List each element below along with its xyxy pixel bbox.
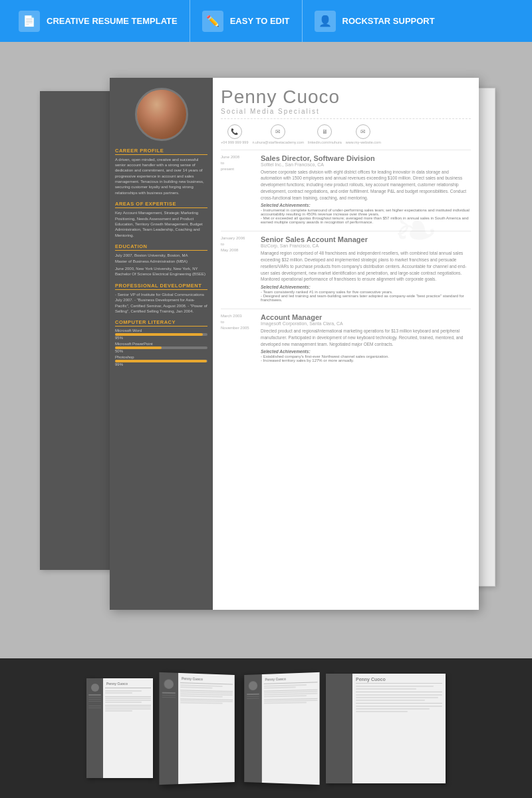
job-2-company: BizCorp, San Francisco, CA bbox=[261, 243, 471, 248]
preview-1-inner: Penny Cuoco bbox=[86, 678, 153, 778]
contact-website: ✉ www.my-website.com bbox=[346, 124, 381, 144]
contact-email: ✉ n.uhura@starfleetacademy.com bbox=[252, 124, 304, 144]
job-1-achievement-2: - Met or exceeded all quotas throughout … bbox=[261, 216, 471, 224]
job-entry-1: June 2008to present Sales Director, Soft… bbox=[221, 150, 471, 225]
skill-word-name: Microsoft Word bbox=[115, 329, 207, 332]
preview-2-content: Penny Cuoco bbox=[178, 672, 235, 783]
preview-1-content: Penny Cuoco bbox=[103, 678, 153, 778]
linkedin-icon: 🖥 bbox=[317, 124, 332, 139]
preview-3-content: Penny Cuoco bbox=[262, 672, 320, 784]
job-1-company: Sofitel Inc., San Francisco, CA bbox=[261, 162, 471, 167]
job-3-details: Account Manager Imagesoft Corporation, S… bbox=[261, 313, 471, 362]
sidebar-career-text: A driven, open minded, creative and succ… bbox=[115, 157, 207, 196]
banner-item-2: ✏️ EASY TO EDIT bbox=[190, 0, 303, 42]
email-icon: ✉ bbox=[271, 124, 285, 139]
banner-label-2: EASY TO EDIT bbox=[230, 16, 290, 26]
preview-2-name: Penny Cuoco bbox=[180, 675, 233, 684]
preview-3-inner: Penny Cuoco bbox=[244, 672, 319, 784]
preview-2-sidebar bbox=[159, 672, 178, 784]
resume-person-name: Penny Cuoco bbox=[221, 88, 471, 106]
skill-ppt: Microsoft PowerPoint 50% bbox=[115, 342, 207, 353]
sidebar-computer-title: COMPUTER LITERACY bbox=[115, 319, 207, 327]
support-icon: 👤 bbox=[315, 11, 336, 32]
p1-line8 bbox=[105, 710, 132, 712]
sidebar-expertise-title: AREAS OF EXPERTISE bbox=[115, 201, 207, 208]
photo-inner bbox=[137, 90, 186, 139]
sidebar-edu-entry-2: June 2000, New York University, New York… bbox=[115, 266, 207, 277]
preview-1-name: Penny Cuoco bbox=[105, 680, 151, 687]
job-3-desc: Directed product and regional/internatio… bbox=[261, 328, 471, 347]
skill-ppt-name: Microsoft PowerPoint bbox=[115, 342, 207, 346]
preview-card-1: Penny Cuoco bbox=[86, 678, 153, 778]
preview-card-4: Penny Cuoco bbox=[326, 674, 446, 783]
main-area: CAREER PROFILE A driven, open minded, cr… bbox=[0, 42, 532, 658]
p1-line7 bbox=[105, 708, 151, 710]
job-2-title: Senior Sales Account Manager bbox=[261, 235, 471, 243]
preview-1-sidebar bbox=[86, 678, 103, 778]
job-entry-3: March 2003to November 2005 Account Manag… bbox=[221, 309, 471, 362]
preview-card-3: Penny Cuoco bbox=[244, 672, 319, 784]
contact-linkedin: 🖥 linkedin.com/muhura bbox=[308, 124, 342, 144]
job-entry-2: January 2006to May 2008 Senior Sales Acc… bbox=[221, 231, 471, 302]
sidebar-career-title: CAREER PROFILE bbox=[115, 148, 207, 155]
banner-item-1: 📄 CREATIVE RESUME TEMPLATE bbox=[7, 0, 190, 42]
job-1-date: June 2008to present bbox=[221, 154, 255, 225]
preview-card-2: Penny Cuoco bbox=[159, 672, 234, 784]
job-2-achievements-label: Selected Achievements: bbox=[261, 285, 471, 289]
website-text: www.my-website.com bbox=[346, 140, 381, 144]
sidebar-prodev-title: PROFESSIONAL DEVELOPMENT bbox=[115, 283, 207, 290]
job-2-details: Senior Sales Account Manager BizCorp, Sa… bbox=[261, 235, 471, 302]
preview-2-inner: Penny Cuoco bbox=[159, 672, 234, 784]
contact-phone: 📞 +04 999 999 999 bbox=[221, 124, 248, 144]
skill-photoshop: Photoshop 99% bbox=[115, 355, 207, 366]
job-1-achievement-1: - Instrumental in complete turnaround of… bbox=[261, 208, 471, 216]
linkedin-text: linkedin.com/muhura bbox=[308, 140, 342, 144]
main-resume-page: CAREER PROFILE A driven, open minded, cr… bbox=[110, 78, 479, 610]
contact-row: 📞 +04 999 999 999 ✉ n.uhura@starfleetaca… bbox=[221, 124, 471, 144]
p1-line6 bbox=[105, 706, 151, 708]
resume-sidebar: CAREER PROFILE A driven, open minded, cr… bbox=[110, 78, 213, 610]
sidebar-prodev-text: - Senior VP of Institute for Global Comm… bbox=[115, 292, 207, 315]
job-3-title: Account Manager bbox=[261, 313, 471, 321]
skill-word-pct: 95% bbox=[115, 336, 207, 340]
skill-word: Microsoft Word 95% bbox=[115, 329, 207, 340]
preview-3-sidebar bbox=[244, 674, 262, 783]
preview-4-content: Penny Cuoco bbox=[352, 674, 446, 783]
banner-label-3: ROCKSTAR SUPPORT bbox=[342, 16, 435, 26]
p1-line3 bbox=[105, 698, 151, 699]
skill-ppt-pct: 50% bbox=[115, 349, 207, 353]
document-icon: 📄 bbox=[19, 11, 40, 32]
job-2-date: January 2006to May 2008 bbox=[221, 235, 255, 302]
p1-line1 bbox=[105, 690, 142, 692]
email-text: n.uhura@starfleetacademy.com bbox=[252, 140, 304, 144]
job-2-achievement-2: - Designed and led training and team-bui… bbox=[261, 294, 471, 302]
job-1-details: Sales Director, Software Division Sofite… bbox=[261, 154, 471, 225]
p1-line5 bbox=[105, 702, 142, 703]
page-behind-left bbox=[40, 91, 120, 570]
top-banner: 📄 CREATIVE RESUME TEMPLATE ✏️ EASY TO ED… bbox=[0, 0, 532, 42]
banner-label-1: CREATIVE RESUME TEMPLATE bbox=[47, 16, 178, 26]
sidebar-education-title: EDUCATION bbox=[115, 243, 207, 251]
p3-line7 bbox=[264, 702, 307, 704]
preview-3-name: Penny Cuoco bbox=[264, 674, 318, 683]
resume-stack: CAREER PROFILE A driven, open minded, cr… bbox=[47, 78, 485, 623]
p1-line4 bbox=[105, 700, 151, 701]
resume-main-content: ❧ Penny Cuoco Social Media Specialist 📞 … bbox=[213, 78, 479, 610]
skill-ps-name: Photoshop bbox=[115, 355, 207, 359]
job-3-achievements-label: Selected Achievements: bbox=[261, 349, 471, 354]
phone-text: +04 999 999 999 bbox=[221, 140, 248, 144]
preview-4-name: Penny Cuoco bbox=[356, 677, 442, 682]
banner-item-3: 👤 ROCKSTAR SUPPORT bbox=[303, 0, 447, 42]
resume-person-title: Social Media Specialist bbox=[221, 108, 471, 119]
skill-ps-pct: 99% bbox=[115, 362, 207, 366]
job-1-desc: Oversee corporate sales division with ei… bbox=[261, 169, 471, 201]
job-3-achievement-2: - Increased territory sales by 127% or m… bbox=[261, 358, 471, 362]
profile-photo bbox=[135, 88, 188, 141]
bottom-preview-area: Penny Cuoco bbox=[0, 658, 532, 798]
website-icon: ✉ bbox=[356, 124, 370, 139]
job-3-company: Imagesoft Corporation, Santa Clara, CA bbox=[261, 321, 471, 326]
sidebar-expertise-text: Key Account Management, Strategic Market… bbox=[115, 210, 207, 238]
job-1-title: Sales Director, Software Division bbox=[261, 154, 471, 162]
p2-line7 bbox=[180, 702, 222, 704]
edit-icon: ✏️ bbox=[202, 11, 223, 32]
